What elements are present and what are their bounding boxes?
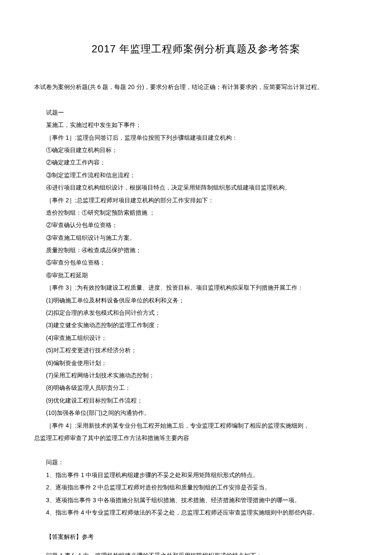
list-item: (2)拟定合理的承发包模式和合同计价方式； (34, 307, 358, 319)
event-4: ［事件 4］:采用新技术的某专业分包工程开始施工后，专业监理工程师编制了相应的监… (34, 420, 358, 432)
answer-paragraph: 问题 1.事亻 1 中，监理机构组建步骤的不妥之处和采用矩阵组织形式的特点如下： (34, 549, 358, 555)
question-item: 3、逐项指出事件 3 中各项措施分别属于组织措施、技术措施、经济措施和管理措施中… (34, 494, 358, 506)
paragraph: 某施工，实施过程中发生如下事件； (34, 119, 358, 131)
list-item: (4)审查施工组织设计； (34, 332, 358, 344)
list-item: 质量控制组：④检查成品保护措施； (34, 244, 358, 256)
list-item: ③审查施工组织设计与施工方案。 (34, 232, 358, 244)
section-heading: 试题一 (34, 106, 358, 119)
paragraph: 总监理工程师审查了其中的监理工作方法和措施等主要内容 (34, 432, 358, 444)
list-item: ②确定建立工作内容； (34, 156, 358, 169)
question-item: 1、指出事件 1 中项目监理机构组建步骤的不妥之处和采用矩阵组织形式的特点。 (34, 469, 358, 481)
list-item: (7)采用工程网络计划技术实施动态控制； (34, 369, 358, 382)
list-item: (1)明确施工单位及材料设备供应单位的权利和义务； (34, 294, 358, 307)
list-item: (8)明确各级监理人员职责分工； (34, 382, 358, 394)
answers-heading: 【答案解析】参考 (34, 531, 358, 543)
event-3: ［事件 3］:为有效控制建设工程质量、进度、投资目标。项目监理机构拟采取下列措施… (34, 282, 358, 294)
list-item: ⑥审批工程延期 (34, 269, 358, 282)
exam-intro: 本试卷为案例分析题(共 6 题，每题 20 分)，要求分析合理，结论正确；有计算… (34, 81, 358, 93)
questions-heading: 问题： (34, 456, 358, 469)
list-item: (5)对工程变更进行技术经济分析； (34, 344, 358, 357)
list-item: (6)编制资金使用计划； (34, 357, 358, 369)
question-item: 4、指出事件 4 中专业监理工程师做法的不妥之处，总监理工程师还应审查监理实施细… (34, 506, 358, 519)
document-body: 试题一 某施工，实施过程中发生如下事件； ［事件 1］:监理合同签订后，监理单位… (34, 106, 358, 555)
list-item: ③制定监理工作流程和信息流程； (34, 169, 358, 181)
list-item: (3)建立健全实施动态控制的监理工作制度； (34, 319, 358, 331)
event-1: ［事件 1］:监理合同签订后，监理单位按照下列步骤组建项目建立机构： (34, 132, 358, 144)
list-item: ④进行项目建立机构组织设计，根据项目特点，决定采用矩阵制组织形式组建项目监理机构… (34, 181, 358, 194)
page-title: 2017 年监理工程师案例分析真题及参考答案 (34, 38, 358, 60)
list-item: ①确定项目建立机构目标； (34, 144, 358, 156)
event-2: ［事件 2］:总监理工程师对项目建立机构的部分工作安排如下： (34, 194, 358, 207)
list-item: (10)加强各单位(部门)之间的沟通协作。 (34, 407, 358, 419)
list-item: ⑤审查分包单位资格； (34, 256, 358, 269)
list-item: (9)优化建设工程目标控制工作流程； (34, 394, 358, 407)
question-item: 2、逐项指出事件 2 中总监理工程师对造价控制组和质量控制组的工作安排是否妥当。 (34, 481, 358, 494)
list-item: ②审查确认分包单位资格； (34, 219, 358, 231)
list-item: 造价控制组：①研究制定预防索赔措施 ； (34, 207, 358, 219)
